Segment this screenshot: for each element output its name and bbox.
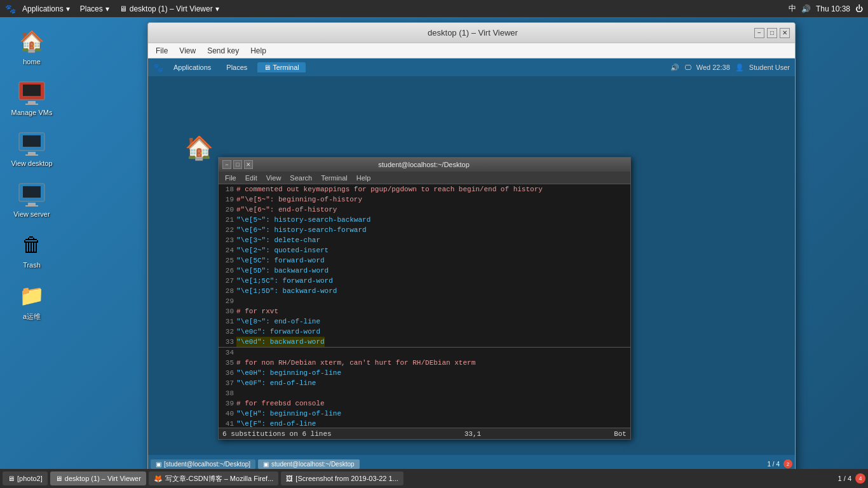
view-desktop-label: View desktop — [11, 159, 52, 167]
virt-menu-sendkey[interactable]: Send key — [202, 45, 244, 57]
firefox-label: 写文章-CSDN博客 – Mozilla Firef... — [165, 474, 274, 484]
term-menu-terminal[interactable]: Terminal — [317, 173, 351, 182]
window-icon: 🖥 — [119, 4, 127, 13]
vim-line-content: "\e[2~": quoted-insert — [236, 245, 329, 255]
vim-line: 20#"\e[6~": end-of-history — [219, 205, 630, 215]
virt-viewer-titlebar: desktop (1) – Virt Viewer − □ ✕ — [148, 23, 795, 43]
vim-line-content: "\e[5D": backward-word — [236, 266, 329, 276]
vim-line-number: 21 — [219, 215, 236, 225]
vim-line-content: "\e[H": beginning-of-line — [236, 409, 341, 419]
firefox-icon: 🦊 — [154, 475, 163, 483]
guest-task-term2[interactable]: ▣ student@localhost:~/Desktop — [258, 459, 360, 469]
taskbar-right: 1 / 4 4 — [838, 473, 865, 484]
term-maximize-button[interactable]: □ — [233, 160, 242, 169]
home-icon: 🏠 — [17, 26, 47, 57]
desktop-icon-trash[interactable]: 🗑 Trash — [6, 227, 57, 271]
desktop-icon-view-desktop[interactable]: View desktop — [6, 125, 57, 170]
desktop-icon-home[interactable]: 🏠 home — [6, 24, 57, 68]
guest-panel-right: 🔊 🖵 Wed 22:38 👤 Student User — [670, 64, 790, 72]
guest-display-icon: 🖵 — [684, 64, 691, 71]
vim-line-number: 19 — [219, 194, 236, 205]
guest-app-icon: 🐾 — [153, 63, 163, 72]
term-menu-search[interactable]: Search — [286, 173, 316, 182]
window-arrow: ▾ — [215, 4, 219, 13]
vim-line-number: 26 — [219, 266, 236, 276]
close-button[interactable]: ✕ — [780, 28, 790, 38]
guest-term1-label: [student@localhost:~/Desktop] — [164, 461, 250, 468]
vim-line-content: # commented out keymappings for pgup/pgd… — [236, 184, 543, 194]
virt-menu-file[interactable]: File — [151, 45, 173, 57]
minimize-button[interactable]: − — [754, 28, 764, 38]
vim-line-content: "\e0c": forward-word — [236, 327, 320, 337]
vim-line: 36"\e0H": beginning-of-line — [219, 368, 630, 378]
vim-line-content: "\e[1;5C": forward-word — [236, 276, 333, 286]
terminal-titlebar: − □ ✕ student@localhost:~/Desktop — [219, 158, 630, 172]
desktop-icon-manage-vms[interactable]: Manage VMs — [6, 74, 57, 119]
applications-arrow: ▾ — [66, 4, 70, 13]
workspace-badge: 4 — [855, 473, 865, 484]
guest-applications-menu[interactable]: Applications — [168, 62, 216, 72]
guest-term2-label: student@localhost:~/Desktop — [271, 461, 355, 468]
term-menu-edit[interactable]: Edit — [241, 173, 261, 182]
vim-line: 24"\e[2~": quoted-insert — [219, 245, 630, 255]
guest-desktop: 🐾 Applications Places 🖥 Terminal 🔊 🖵 Wed… — [148, 58, 795, 473]
term-menu-help[interactable]: Help — [353, 173, 375, 182]
vim-line-content: "\e0F": end-of-line — [236, 378, 316, 388]
system-bar-left: 🐾 Applications ▾ Places ▾ 🖥 desktop (1) … — [5, 3, 223, 15]
trash-label: Trash — [23, 261, 41, 269]
power-icon[interactable]: ⏻ — [855, 4, 863, 13]
vim-editor[interactable]: 18# commented out keymappings for pgup/p… — [219, 184, 630, 428]
vim-line: 37"\e0F": end-of-line — [219, 378, 630, 388]
vim-line-content: # for rxvt — [236, 306, 278, 316]
guest-places-label: Places — [226, 64, 247, 71]
taskbar-item-virt-viewer[interactable]: 🖥 desktop (1) – Virt Viewer — [50, 471, 146, 485]
virt-menu-help[interactable]: Help — [245, 45, 271, 57]
places-arrow: ▾ — [105, 4, 109, 13]
vim-line-number: 31 — [219, 316, 236, 327]
vim-line-content: "\e[1;5D": backward-word — [236, 286, 337, 296]
guest-places-menu[interactable]: Places — [221, 62, 252, 72]
vim-line: 35# for non RH/Debian xterm, can't hurt … — [219, 358, 630, 368]
taskbar-item-screenshot[interactable]: 🖼 [Screenshot from 2019-03-22 1... — [281, 471, 403, 485]
vim-statusbar: 6 substitutions on 6 lines 33,1 Bot — [219, 428, 630, 439]
vim-line-number: 18 — [219, 184, 236, 194]
guest-applications-label: Applications — [173, 64, 211, 71]
term-menu-file[interactable]: File — [221, 173, 240, 182]
vim-line-number: 30 — [219, 306, 236, 316]
guest-terminal-tab[interactable]: 🖥 Terminal — [257, 62, 305, 72]
manage-vms-icon — [17, 77, 47, 107]
taskbar-item-firefox[interactable]: 🦊 写文章-CSDN博客 – Mozilla Firef... — [149, 471, 279, 485]
vim-line: 21"\e[5~": history-search-backward — [219, 215, 630, 225]
term-close-button[interactable]: ✕ — [244, 160, 253, 169]
guest-terminal-label: 🖥 — [264, 64, 273, 71]
guest-home-icon[interactable]: 🏠 — [180, 135, 218, 161]
taskbar-pager: 1 / 4 — [838, 475, 851, 482]
view-desktop-icon — [17, 128, 47, 158]
virt-viewer-menubar: File View Send key Help — [148, 43, 795, 58]
guest-task-term1[interactable]: ▣ [student@localhost:~/Desktop] — [151, 459, 255, 469]
vim-line-number: 39 — [219, 398, 236, 409]
svg-rect-5 — [23, 135, 41, 147]
taskbar-item-photo2[interactable]: 🖥 [photo2] — [3, 471, 48, 485]
vim-line-content: "\e[5~": history-search-backward — [236, 215, 370, 225]
term-menu-view[interactable]: View — [262, 173, 285, 182]
applications-menu[interactable]: Applications ▾ — [18, 3, 74, 15]
guest-term2-icon: ▣ — [263, 461, 269, 468]
vim-line: 41"\e[F": end-of-line — [219, 419, 630, 428]
term-minimize-button[interactable]: − — [222, 160, 231, 169]
guest-terminal-text: Terminal — [273, 64, 299, 71]
window-title-display: 🖥 desktop (1) – Virt Viewer ▾ — [116, 3, 223, 15]
vim-line-number: 35 — [219, 358, 236, 368]
desktop-icon-a-ops[interactable]: 📁 a运维 — [6, 278, 57, 324]
maximize-button[interactable]: □ — [767, 28, 777, 38]
terminal-window-controls: − □ ✕ — [222, 160, 253, 169]
places-menu[interactable]: Places ▾ — [76, 3, 113, 15]
desktop-icon-view-server[interactable]: View server — [6, 176, 57, 220]
vim-line-number: 36 — [219, 368, 236, 378]
svg-rect-11 — [25, 205, 38, 207]
vim-line: 28"\e[1;5D": backward-word — [219, 286, 630, 296]
vim-line-content: # for non RH/Debian xterm, can't hurt fo… — [236, 358, 475, 368]
virt-menu-view[interactable]: View — [174, 45, 201, 57]
guest-user-label: Student User — [749, 64, 790, 71]
vim-line: 31"\e[8~": end-of-line — [219, 316, 630, 327]
